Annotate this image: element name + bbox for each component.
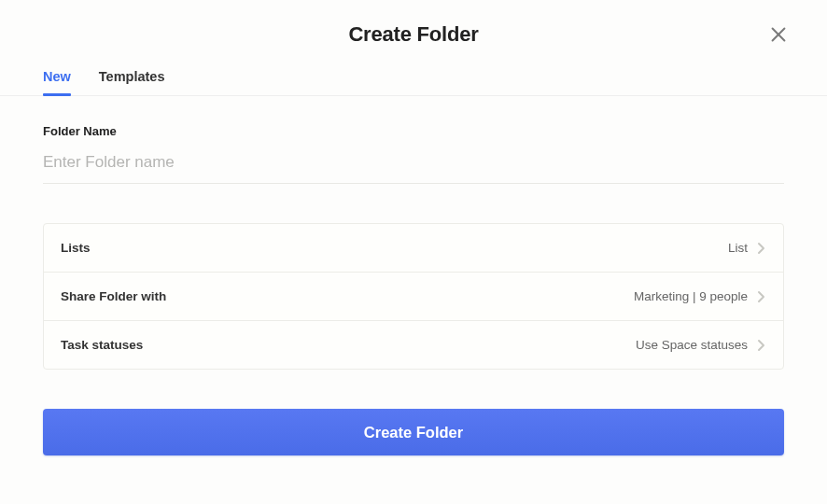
chevron-right-icon [757, 290, 766, 303]
row-lists-right: List [728, 241, 766, 255]
row-statuses-label: Task statuses [61, 338, 143, 352]
modal-header: Create Folder [0, 0, 827, 47]
row-share[interactable]: Share Folder with Marketing | 9 people [44, 273, 783, 321]
modal-content: Folder Name Lists List Share Folder with… [0, 96, 827, 370]
folder-name-input[interactable] [43, 147, 784, 184]
chevron-right-icon [757, 242, 766, 255]
tab-new[interactable]: New [43, 69, 71, 95]
row-share-label: Share Folder with [61, 289, 166, 303]
row-lists-label: Lists [61, 241, 91, 255]
row-share-right: Marketing | 9 people [634, 289, 766, 303]
row-statuses[interactable]: Task statuses Use Space statuses [44, 321, 783, 369]
chevron-right-icon [757, 339, 766, 352]
row-statuses-right: Use Space statuses [636, 338, 766, 352]
submit-wrap: Create Folder [0, 370, 827, 455]
row-lists[interactable]: Lists List [44, 224, 783, 273]
close-button[interactable] [767, 24, 790, 47]
modal-title: Create Folder [0, 22, 827, 47]
tab-templates[interactable]: Templates [99, 69, 165, 95]
row-statuses-value: Use Space statuses [636, 338, 748, 352]
settings-rows: Lists List Share Folder with Marketing |… [43, 223, 784, 370]
tabs: New Templates [0, 47, 827, 96]
row-share-value: Marketing | 9 people [634, 289, 748, 303]
close-icon [768, 32, 789, 48]
folder-name-label: Folder Name [43, 124, 784, 138]
row-lists-value: List [728, 241, 748, 255]
create-folder-button[interactable]: Create Folder [43, 409, 784, 455]
